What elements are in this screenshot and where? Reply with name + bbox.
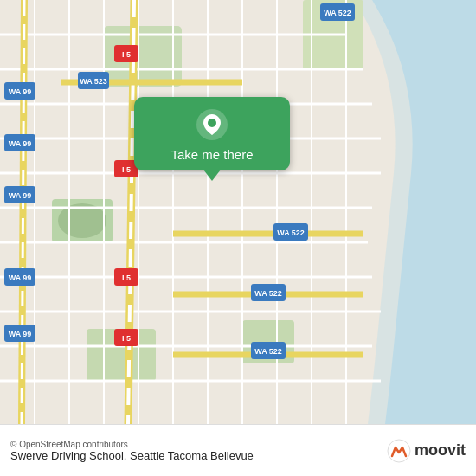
svg-text:I 5: I 5 [122,273,131,282]
map-svg: WA 99 WA 99 WA 99 WA 99 WA 99 WA 523 I 5… [0,0,476,424]
svg-text:I 5: I 5 [122,50,131,59]
map-container: WA 99 WA 99 WA 99 WA 99 WA 99 WA 523 I 5… [0,0,476,424]
svg-text:WA 522: WA 522 [324,9,351,17]
bottom-bar: © OpenStreetMap contributors Swerve Driv… [0,424,476,476]
svg-text:I 5: I 5 [122,334,131,343]
moovit-brand-icon [387,439,411,463]
svg-text:WA 99: WA 99 [9,273,32,282]
svg-text:WA 522: WA 522 [254,347,282,356]
attribution-text: © OpenStreetMap contributors [10,440,254,449]
svg-text:WA 99: WA 99 [9,87,32,96]
svg-text:WA 523: WA 523 [80,77,107,86]
popup-label: Take me there [170,147,253,162]
svg-point-65 [208,119,216,127]
svg-text:WA 99: WA 99 [9,139,32,148]
location-popup[interactable]: Take me there [134,97,290,170]
bottom-left: © OpenStreetMap contributors Swerve Driv… [10,440,254,462]
moovit-logo[interactable]: moovit [387,439,466,463]
svg-text:WA 522: WA 522 [277,228,305,237]
location-pin-icon [196,109,228,140]
svg-text:WA 99: WA 99 [9,191,32,200]
svg-text:WA 522: WA 522 [254,289,282,298]
svg-text:I 5: I 5 [122,165,131,174]
place-name: Swerve Driving School, Seattle Tacoma Be… [10,449,254,462]
svg-text:WA 99: WA 99 [9,330,32,338]
moovit-text: moovit [415,441,466,460]
